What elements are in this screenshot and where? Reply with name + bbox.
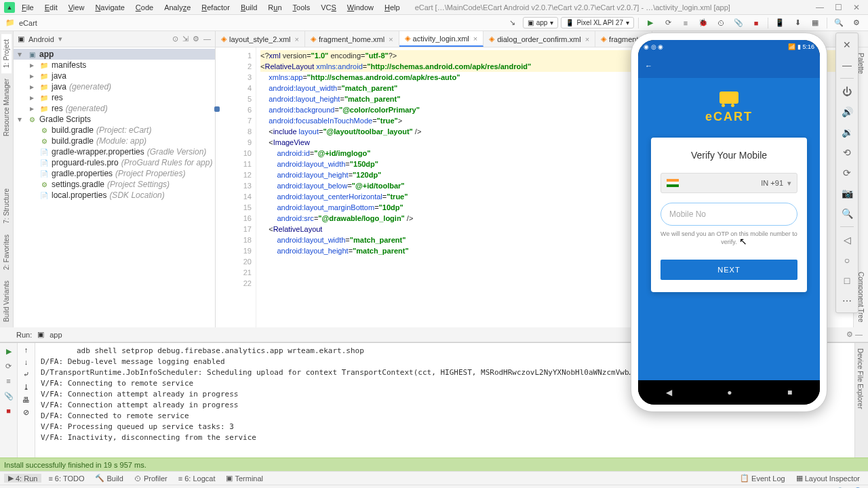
attach-icon[interactable]: 📎 (731, 16, 746, 30)
rerun-icon[interactable]: ▶ (3, 346, 14, 357)
stop-icon[interactable]: ⟳ (3, 361, 14, 371)
emu-zoom-icon[interactable]: 🔍 (838, 205, 856, 222)
sdk-manager-icon[interactable]: ⬇ (790, 16, 805, 30)
tree-node[interactable]: 📄local.properties (SDK Location) (14, 190, 215, 201)
tree-node[interactable]: ▸📁res (14, 92, 215, 103)
close-button[interactable]: ✕ (849, 3, 864, 12)
terminal-toolwin[interactable]: ▣ Terminal (222, 474, 267, 483)
emu-camera-icon[interactable]: 📷 (838, 184, 856, 202)
emu-home-icon[interactable]: ○ (838, 251, 856, 269)
emu-power-icon[interactable]: ⏻ (838, 83, 856, 100)
settings-icon[interactable]: ⚙ (849, 16, 864, 30)
run-button[interactable]: ▶ (643, 16, 658, 30)
emu-volup-icon[interactable]: 🔊 (838, 103, 856, 121)
menu-code[interactable]: Code (132, 2, 157, 13)
emu-overview-icon[interactable]: □ (838, 272, 856, 289)
down-icon[interactable]: ↓ (24, 358, 28, 366)
close-icon[interactable]: × (389, 35, 393, 43)
nav-home-icon[interactable]: ● (727, 388, 732, 397)
menu-run[interactable]: Run (264, 2, 285, 13)
menu-navigate[interactable]: Navigate (91, 2, 128, 13)
sync-icon[interactable]: ↘ (505, 16, 520, 30)
view-mode-dropdown[interactable]: Android (28, 35, 54, 43)
device-selector[interactable]: 📱 Pixel XL API 27 ▾ (561, 17, 634, 28)
project-tool-tab[interactable]: 1: Project (1, 34, 12, 73)
back-icon[interactable]: ← (645, 62, 652, 70)
editor-tab-active[interactable]: ◈activity_login.xml× (399, 31, 484, 47)
emu-rotate-right-icon[interactable]: ⟳ (838, 164, 856, 182)
build-toolwin[interactable]: 🔨 Build (91, 474, 127, 483)
menu-vcs[interactable]: VCS (317, 2, 340, 13)
apply-code-icon[interactable]: ≡ (678, 16, 693, 30)
nav-recent-icon[interactable]: ■ (787, 388, 792, 397)
menu-edit[interactable]: Edit (41, 2, 62, 13)
todo-toolwin[interactable]: ≡ 6: TODO (44, 474, 88, 483)
menu-analyze[interactable]: Analyze (160, 2, 195, 13)
apply-changes-icon[interactable]: ⟳ (660, 16, 675, 30)
stop-run-icon[interactable]: ■ (3, 405, 14, 416)
menu-view[interactable]: View (64, 2, 89, 13)
tree-node[interactable]: ⚙build.gradle (Project: eCart) (14, 125, 215, 136)
search-icon[interactable]: 🔍 (831, 16, 846, 30)
resource-manager-tab[interactable]: Resource Manager (1, 73, 12, 142)
resource-manager-icon[interactable]: ▦ (808, 16, 823, 30)
avd-manager-icon[interactable]: 📱 (772, 16, 787, 30)
menu-build[interactable]: Build (237, 2, 261, 13)
menu-refactor[interactable]: Refactor (197, 2, 234, 13)
editor-tab[interactable]: ◈dialog_order_confirm.xml× (484, 31, 595, 47)
emu-minimize-icon[interactable]: — (838, 56, 856, 74)
close-icon[interactable]: × (295, 35, 299, 43)
minimize-button[interactable]: — (812, 3, 828, 12)
collapse-icon[interactable]: ⇲ (182, 35, 189, 43)
emu-back-icon[interactable]: ◁ (838, 231, 856, 249)
tree-gradle-scripts[interactable]: ▾⚙Gradle Scripts (14, 114, 215, 125)
gear-icon[interactable]: ⚙ (193, 35, 199, 43)
print-icon[interactable]: 🖶 (22, 396, 30, 404)
editor-tab[interactable]: ◈fragment_home.xml× (305, 31, 399, 47)
debug-button[interactable]: 🐞 (696, 16, 711, 30)
tree-node[interactable]: ⚙build.gradle (Module: app) (14, 136, 215, 146)
project-breadcrumb[interactable]: eCart (19, 19, 37, 27)
tree-node[interactable]: 📄gradle.properties (Project Properties) (14, 168, 215, 179)
tree-node[interactable]: ▸📁java (generated) (14, 81, 215, 92)
favorites-tab[interactable]: 2: Favorites (1, 229, 12, 275)
stop-icon[interactable]: ≡ (3, 375, 14, 386)
stop-button[interactable]: ■ (749, 16, 764, 30)
maximize-button[interactable]: ☐ (831, 3, 846, 12)
emu-voldown-icon[interactable]: 🔉 (838, 123, 856, 141)
profiler-toolwin[interactable]: ⏲ Profiler (130, 474, 172, 483)
next-button[interactable]: NEXT (660, 260, 797, 280)
tree-node[interactable]: 📄gradle-wrapper.properties (Gradle Versi… (14, 146, 215, 157)
emu-more-icon[interactable]: ⋯ (838, 292, 856, 310)
structure-tab[interactable]: 7: Structure (1, 183, 12, 229)
scroll-icon[interactable]: ⤓ (23, 383, 29, 392)
menu-tools[interactable]: Tools (289, 2, 315, 13)
module-selector[interactable]: ▣ app ▾ (523, 17, 559, 28)
nav-back-icon[interactable]: ◀ (666, 388, 672, 397)
emulator-screen[interactable]: ◉ ◎ ◉ 📶 ▮ 5:16 ← eCART Verify Your Mobil… (638, 40, 820, 405)
close-icon[interactable]: × (585, 35, 589, 43)
emu-close-icon[interactable]: ✕ (838, 36, 856, 54)
run-settings-icon[interactable]: ⚙ — (846, 330, 868, 339)
clear-icon[interactable]: ⊘ (23, 408, 29, 417)
profile-icon[interactable]: ⏲ (713, 16, 728, 30)
attach-debugger-icon[interactable]: 📎 (3, 390, 14, 401)
target-icon[interactable]: ⊙ (172, 35, 178, 43)
tree-node[interactable]: ▸📁manifests (14, 60, 215, 70)
mobile-input[interactable]: Mobile No (660, 203, 797, 226)
tree-node[interactable]: ▸📁res (generated) (14, 103, 215, 114)
up-icon[interactable]: ↑ (24, 346, 28, 354)
tree-node[interactable]: 📄proguard-rules.pro (ProGuard Rules for … (14, 157, 215, 168)
tree-node[interactable]: ⚙settings.gradle (Project Settings) (14, 179, 215, 190)
event-log-toolwin[interactable]: 📋 Event Log (736, 474, 789, 483)
close-icon[interactable]: × (473, 35, 477, 43)
tree-app-root[interactable]: ▾▣app (14, 49, 215, 60)
logcat-toolwin[interactable]: ≡ 6: Logcat (174, 474, 220, 483)
menu-window[interactable]: Window (343, 2, 378, 13)
build-variants-tab[interactable]: Build Variants (1, 275, 12, 327)
editor-tab[interactable]: ◈layout_style_2.xml× (216, 31, 305, 47)
hide-icon[interactable]: — (203, 35, 211, 43)
tree-node[interactable]: ▸📁java (14, 70, 215, 81)
menu-help[interactable]: Help (380, 2, 404, 13)
menu-file[interactable]: File (18, 2, 38, 13)
